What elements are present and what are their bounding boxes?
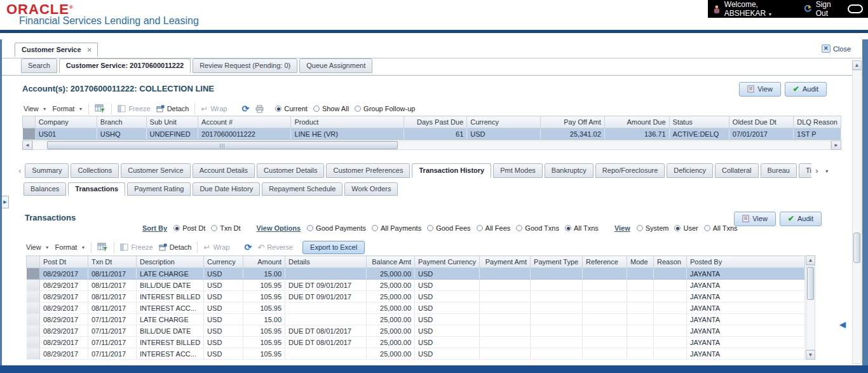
row-gutter[interactable] (27, 268, 40, 280)
radio-button-icon[interactable] (674, 225, 681, 231)
radio-button-icon[interactable] (355, 105, 361, 112)
row-gutter[interactable] (27, 314, 40, 325)
scroll-tabs-left-icon[interactable]: ‹ (18, 166, 21, 175)
close-button[interactable]: ✕ Close (822, 44, 851, 53)
radio-system[interactable]: System (637, 224, 669, 232)
column-header-details[interactable]: Details (285, 256, 367, 268)
column-header-amount[interactable]: Amount (243, 256, 285, 268)
scroll-right-icon[interactable]: ► (831, 140, 841, 150)
view-menu[interactable]: View▼ (26, 243, 50, 251)
wrap-button[interactable]: ↵ Wrap (203, 243, 229, 252)
radio-button-icon[interactable] (307, 225, 313, 231)
scrollbar-thumb[interactable] (47, 141, 398, 149)
column-header-days-past-due[interactable]: Days Past Due (404, 116, 467, 128)
radio-all-payments[interactable]: All Payments (372, 224, 421, 232)
radio-post-dt[interactable]: Post Dt (173, 224, 205, 232)
table-row[interactable]: 08/29/201707/11/2017INTEREST ACC...USD10… (27, 348, 805, 360)
transactions-audit-button[interactable]: ✔ Audit (780, 212, 822, 226)
row-gutter[interactable] (27, 280, 40, 291)
radio-button-icon[interactable] (427, 225, 433, 231)
scroll-up-icon[interactable]: ▲ (806, 255, 815, 265)
tab-customer-details[interactable]: Customer Details (257, 163, 324, 178)
scroll-left-icon[interactable]: ◄ (22, 140, 32, 150)
collapse-right-panel-handle[interactable]: ◀ (839, 320, 846, 329)
table-row[interactable]: 08/29/201708/11/2017BILL/DUE DATEUSD105.… (27, 280, 805, 291)
row-gutter[interactable] (27, 291, 40, 302)
transactions-view-button[interactable]: View (734, 212, 776, 226)
column-header-payment-currency[interactable]: Payment Currency (415, 256, 480, 268)
detach-button[interactable]: Detach (159, 243, 192, 251)
row-gutter[interactable] (27, 325, 40, 337)
welcome-menu[interactable]: Welcome, ABSHEKAR ▼ (724, 0, 800, 18)
tab-overflow-menu-icon[interactable]: ▼ (825, 169, 829, 173)
column-header-amount-due[interactable]: Amount Due (604, 116, 669, 128)
radio-user[interactable]: User (674, 224, 698, 232)
tab-repayment-schedule[interactable]: Repayment Schedule (262, 182, 342, 196)
radio-button-icon[interactable] (372, 225, 378, 231)
refresh-icon[interactable]: ⟳ (244, 242, 252, 252)
radio-button-icon[interactable] (275, 105, 281, 112)
detach-button[interactable]: Detach (156, 105, 189, 112)
tab-summary[interactable]: Summary (25, 163, 69, 178)
tab-pmt-modes[interactable]: Pmt Modes (493, 163, 543, 178)
tab-deficiency[interactable]: Deficiency (667, 163, 713, 178)
tab-customer-preferences[interactable]: Customer Preferences (326, 163, 410, 178)
collapse-left-panel-handle[interactable]: ▶ (2, 196, 9, 208)
export-to-excel-button[interactable]: Export to Excel (302, 241, 365, 254)
tab-customer-service[interactable]: Customer Service (121, 163, 190, 178)
tab-work-orders[interactable]: Work Orders (344, 182, 398, 196)
row-gutter[interactable] (23, 128, 36, 140)
scroll-down-icon[interactable]: ▼ (806, 350, 815, 360)
table-row[interactable]: 08/29/201708/11/2017INTEREST BILLEDUSD10… (27, 291, 805, 302)
tab-timeline[interactable]: Timeline (799, 163, 811, 178)
column-header-dlq-reason[interactable]: DLQ Reason (794, 116, 841, 128)
format-menu[interactable]: Format▼ (55, 243, 86, 251)
scroll-tabs-right-icon[interactable]: › (815, 166, 818, 175)
radio-group-follow-up[interactable]: Group Follow-up (355, 105, 415, 112)
table-row[interactable]: 08/29/201707/11/2017LATE CHARGEUSD15.002… (27, 314, 805, 325)
tab-bureau[interactable]: Bureau (761, 163, 797, 178)
format-menu[interactable]: Format▼ (53, 105, 83, 112)
tab-account-details[interactable]: Account Details (193, 163, 255, 178)
column-header-reference[interactable]: Reference (583, 256, 627, 268)
tab-transactions[interactable]: Transactions (68, 182, 125, 196)
scrollbar-thumb[interactable] (853, 233, 860, 263)
radio-button-icon[interactable] (173, 225, 180, 231)
scrollbar-track[interactable] (852, 70, 862, 364)
scrollbar-track[interactable] (806, 265, 815, 350)
radio-button-icon[interactable] (637, 225, 643, 231)
scrollbar-thumb[interactable] (807, 267, 814, 300)
column-header-company[interactable]: Company (35, 116, 97, 128)
scrollbar-track[interactable] (32, 140, 831, 150)
tab-collateral[interactable]: Collateral (715, 163, 758, 178)
radio-button-icon[interactable] (211, 225, 217, 231)
tab-balances[interactable]: Balances (24, 182, 66, 196)
reverse-button[interactable]: ↶ Reverse (257, 243, 293, 252)
table-row[interactable]: 08/29/201708/11/2017INTEREST ACC...USD10… (27, 302, 805, 314)
tab-due-date-history[interactable]: Due Date History (193, 182, 260, 196)
radio-button-icon[interactable] (516, 225, 522, 231)
radio-good-fees[interactable]: Good Fees (427, 224, 470, 232)
refresh-icon[interactable]: ⟳ (241, 104, 249, 114)
account-audit-button[interactable]: ✔ Audit (785, 82, 827, 97)
tab-bankruptcy[interactable]: Bankruptcy (545, 163, 593, 178)
scroll-up-icon[interactable]: ▲ (852, 60, 862, 70)
tab-search[interactable]: Search (21, 58, 57, 73)
radio-good-txns[interactable]: Good Txns (516, 224, 559, 232)
row-gutter[interactable] (27, 302, 40, 314)
row-gutter[interactable] (27, 348, 40, 360)
query-by-example-icon[interactable] (95, 104, 105, 113)
column-header-post-dt[interactable]: Post Dt (39, 256, 88, 268)
radio-show-all[interactable]: Show All (313, 105, 349, 112)
sign-out-button[interactable]: Sign Out (816, 0, 843, 18)
table-row[interactable]: 08/29/201707/11/2017INTEREST BILLEDUSD10… (27, 337, 805, 348)
radio-button-icon[interactable] (313, 105, 320, 112)
radio-all-fees[interactable]: All Fees (477, 224, 511, 232)
column-header-status[interactable]: Status (669, 116, 729, 128)
radio-all-txns[interactable]: All Txns (565, 224, 599, 232)
table-row[interactable]: 08/29/201707/11/2017BILL/DUE DATEUSD105.… (27, 325, 805, 337)
radio-good-payments[interactable]: Good Payments (307, 224, 366, 232)
tab-review-request-pending-0[interactable]: Review Request (Pending: 0) (193, 58, 297, 73)
radio-all-txns[interactable]: All Txns (704, 224, 738, 232)
tab-queue-assignment[interactable]: Queue Assignment (299, 58, 372, 73)
